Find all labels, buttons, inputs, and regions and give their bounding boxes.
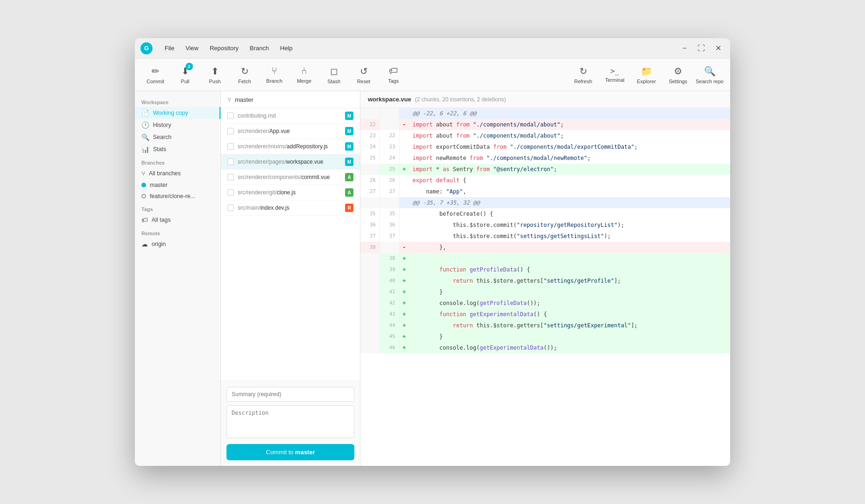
diff-row: 38 - }, (360, 242, 730, 253)
reset-icon: ↺ (360, 66, 368, 77)
sidebar-item-master[interactable]: master (135, 179, 220, 191)
file-item[interactable]: src/renderer/components/commit.vue A (221, 170, 360, 185)
close-button[interactable]: ✕ (712, 42, 725, 55)
file-item[interactable]: src/renderer/git/clone.js A (221, 185, 360, 200)
stats-icon: 📊 (141, 146, 149, 153)
sidebar: Workspace 📄 Working copy 🕐 History 🔍 Sea… (135, 91, 221, 466)
merge-button[interactable]: ⑃ Merge (289, 61, 319, 89)
menu-view[interactable]: View (181, 43, 203, 53)
diff-row: 36 36 this.$store.commit("repository/get… (360, 219, 730, 231)
sidebar-item-all-branches[interactable]: ⑂ All branches (135, 167, 220, 179)
reset-button[interactable]: ↺ Reset (349, 61, 379, 89)
menu-file[interactable]: File (160, 43, 179, 53)
pull-button[interactable]: ⬇ 2 Pull (170, 61, 200, 89)
file-badge-m: M (345, 127, 353, 135)
stash-icon: ◻ (330, 66, 338, 77)
diff-row: 44 + return this.$store.getters["setting… (360, 320, 730, 331)
file-name: src/renderer/App.vue (238, 128, 341, 134)
diff-row: 40 + return this.$store.getters["setting… (360, 275, 730, 286)
branches-section-title: Branches (135, 155, 220, 167)
search-icon: 🔍 (141, 133, 149, 141)
file-item[interactable]: src/main/index.dev.js R (221, 200, 360, 216)
diff-row: 37 37 this.$store.commit("settings/getSe… (360, 231, 730, 242)
file-item[interactable]: src/renderer/mixins/addRepository.js M (221, 139, 360, 154)
hunk-header-1: @@ -22, 6 +22, 6 @@ (360, 108, 730, 119)
file-name: src/renderer/git/clone.js (238, 189, 341, 196)
diff-filename: workspace.vue (368, 96, 411, 103)
settings-icon: ⚙ (674, 66, 682, 77)
summary-input[interactable] (226, 387, 354, 402)
fetch-button[interactable]: ↻ Fetch (230, 61, 260, 89)
push-button[interactable]: ⬆ Push (200, 61, 230, 89)
sidebar-item-origin[interactable]: ☁ origin (135, 238, 220, 250)
sidebar-item-feature[interactable]: feature/clone-re... (135, 191, 220, 202)
file-badge-r: R (345, 204, 353, 212)
commit-to-master-button[interactable]: Commit to master (226, 444, 354, 460)
file-item[interactable]: src/renderer/App.vue M (221, 124, 360, 139)
file-list: contributing.md M src/renderer/App.vue M… (221, 108, 360, 381)
file-item[interactable]: contributing.md M (221, 108, 360, 124)
terminal-button[interactable]: >_ Terminal (600, 61, 630, 89)
search-repo-icon: 🔍 (704, 66, 716, 77)
diff-row: 35 35 beforeCreate() { (360, 208, 730, 219)
commit-button[interactable]: ✏ Commit (140, 61, 170, 89)
diff-panel: workspace.vue (2 chunks, 20 insertions, … (360, 91, 730, 466)
diff-header: workspace.vue (2 chunks, 20 insertions, … (360, 91, 730, 108)
file-checkbox[interactable] (227, 205, 234, 211)
sidebar-item-history[interactable]: 🕐 History (135, 119, 220, 131)
minimize-button[interactable]: − (678, 42, 691, 55)
diff-content[interactable]: @@ -22, 6 +22, 6 @@ 22 - import about fr… (360, 108, 730, 466)
file-name: contributing.md (238, 113, 341, 119)
menu-help[interactable]: Help (275, 43, 297, 53)
merge-icon: ⑃ (301, 66, 307, 76)
file-item[interactable]: src/renderer/pages/workspace.vue M (221, 154, 360, 170)
origin-icon: ☁ (141, 240, 148, 248)
refresh-button[interactable]: ↻ Refresh (568, 61, 598, 89)
menu-repository[interactable]: Repository (205, 43, 243, 53)
sidebar-item-search[interactable]: 🔍 Search (135, 131, 220, 143)
sidebar-item-all-tags[interactable]: 🏷 All tags (135, 214, 220, 226)
branch-button[interactable]: ⑂ Branch (260, 61, 289, 89)
description-input[interactable] (226, 405, 354, 438)
diff-row: 22 - import about from "./components/mod… (360, 119, 730, 130)
diff-row: 41 + } (360, 286, 730, 298)
settings-button[interactable]: ⚙ Settings (663, 61, 693, 89)
file-badge-a: A (345, 188, 353, 197)
file-checkbox[interactable] (227, 143, 234, 150)
commit-area: Commit to master (221, 381, 360, 466)
titlebar-menu: File View Repository Branch Help (160, 43, 297, 53)
branch-icon: ⑂ (272, 66, 277, 76)
menu-branch[interactable]: Branch (245, 43, 273, 53)
commit-icon: ✏ (152, 66, 160, 77)
explorer-button[interactable]: 📁 Explorer (632, 61, 661, 89)
file-badge-a: A (345, 173, 353, 181)
file-checkbox[interactable] (227, 113, 234, 119)
feature-branch-dot (141, 194, 146, 199)
window-controls: − ⛶ ✕ (678, 42, 725, 55)
branch-header-icon: ⑂ (227, 96, 231, 103)
file-checkbox[interactable] (227, 128, 234, 134)
toolbar-left-group: ✏ Commit ⬇ 2 Pull ⬆ Push ↻ Fetch ⑂ Branc… (140, 61, 408, 89)
diff-meta: (2 chunks, 20 insertions, 2 deletions) (415, 96, 506, 103)
stash-button[interactable]: ◻ Stash (319, 61, 349, 89)
file-checkbox[interactable] (227, 174, 234, 180)
sidebar-item-stats[interactable]: 📊 Stats (135, 143, 220, 155)
toolbar-right-group: ↻ Refresh >_ Terminal 📁 Explorer ⚙ Setti… (568, 61, 725, 89)
tags-button[interactable]: 🏷 Tags (379, 61, 408, 89)
push-icon: ⬆ (211, 66, 219, 77)
file-checkbox[interactable] (227, 159, 234, 165)
file-badge-m: M (345, 142, 353, 151)
diff-row: 23 22 import about from "./components/mo… (360, 130, 730, 141)
sidebar-item-working-copy[interactable]: 📄 Working copy (135, 107, 220, 119)
file-badge-m: M (345, 112, 353, 120)
file-name: src/renderer/components/commit.vue (238, 174, 341, 180)
main-content: Workspace 📄 Working copy 🕐 History 🔍 Sea… (135, 91, 730, 466)
diff-row: 27 27 name: "App", (360, 186, 730, 197)
search-repo-button[interactable]: 🔍 Search repo (695, 61, 725, 89)
maximize-button[interactable]: ⛶ (695, 42, 708, 55)
terminal-icon: >_ (610, 66, 619, 75)
working-copy-icon: 📄 (141, 109, 149, 117)
file-checkbox[interactable] (227, 189, 234, 196)
tags-icon: 🏷 (389, 66, 398, 76)
diff-row: 24 23 import exportCommitData from "./co… (360, 141, 730, 153)
